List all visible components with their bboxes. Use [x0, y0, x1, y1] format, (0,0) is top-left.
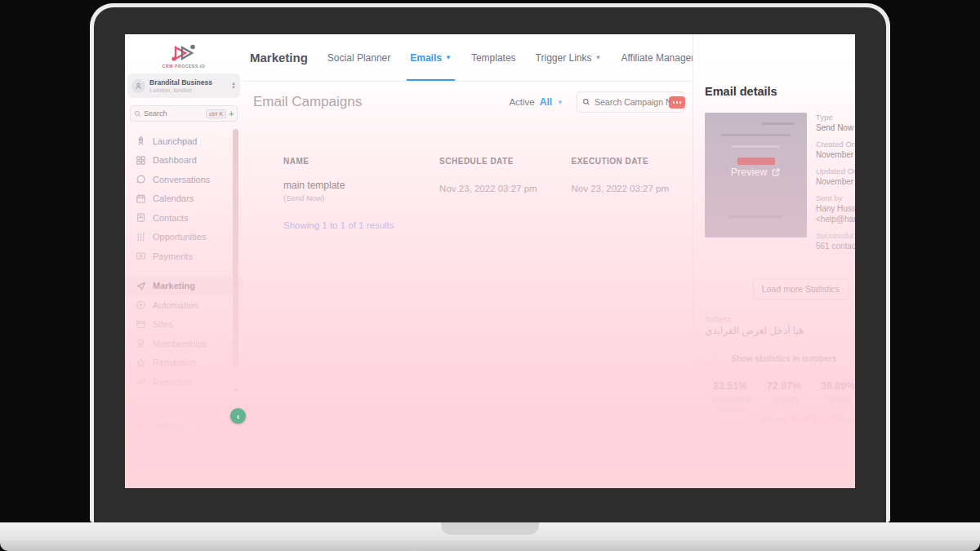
search-icon	[582, 98, 590, 106]
field-label: Sent by	[816, 193, 855, 202]
table-row[interactable]: main template (Send Now) Nov 23, 2022 03…	[283, 166, 693, 202]
field-value: Send Now	[816, 123, 855, 132]
sidebar-item-sites[interactable]: Sites	[125, 315, 243, 335]
sidebar-item-reporting[interactable]: Reporting	[125, 372, 243, 392]
payments-icon	[136, 251, 146, 261]
sidebar-item-settings[interactable]: Settings	[125, 415, 231, 435]
filter-label: Active	[509, 97, 534, 107]
external-link-icon	[771, 167, 781, 177]
sidebar-item-dashboard[interactable]: Dashboard	[125, 151, 243, 171]
section-heading: Marketing	[250, 51, 308, 64]
sidebar-item-label: Marketing	[153, 281, 195, 291]
tab-trigger-links[interactable]: Trigger Links▼	[536, 34, 602, 81]
email-details-panel: Email details Preview Type Send Now	[693, 34, 855, 488]
divider	[133, 271, 234, 272]
logo-text: CRM PROCESS.IO	[163, 64, 205, 69]
column-header-name[interactable]: NAME	[283, 157, 439, 166]
column-header-schedule-date[interactable]: SCHEDULE DATE	[439, 157, 571, 166]
paper-plane-icon	[136, 281, 146, 291]
sidebar-item-label: Contacts	[153, 213, 188, 223]
sidebar-item-label: Reputation	[153, 358, 196, 367]
sidebar-collapse-button[interactable]: ‹	[230, 408, 246, 424]
scrollbar-thumb[interactable]	[233, 129, 238, 367]
app-screen: CRM PROCESS.IO Brandital Business London…	[125, 34, 855, 488]
main-area: Marketing Social Planner Emails▼ Templat…	[243, 34, 693, 488]
stat-value: 33.51%	[706, 380, 754, 392]
subject-value: هيا أدخل لعرض الفرايدي	[705, 325, 804, 336]
sidebar-item-label: Settings	[153, 420, 185, 430]
stat-value: 39.89%	[814, 380, 855, 392]
person-icon	[134, 82, 143, 91]
award-icon	[136, 338, 146, 349]
funnel-icon	[136, 232, 146, 242]
tab-templates[interactable]: Templates	[471, 34, 516, 81]
load-more-statistics-button[interactable]: Load more Statistics	[753, 278, 849, 300]
status-filter[interactable]: Active All ▼	[509, 96, 564, 108]
top-navigation: Marketing Social Planner Emails▼ Templat…	[243, 34, 693, 82]
rocket-icon	[136, 136, 146, 146]
business-name: Brandital Business	[149, 78, 227, 87]
search-input[interactable]	[144, 109, 203, 118]
sidebar-nav: Launchpad Dashboard Conversations Calend…	[125, 131, 243, 392]
field-label: Updated On	[816, 167, 855, 176]
chevron-down-icon: ▼	[595, 54, 602, 61]
email-preview-thumbnail[interactable]: Preview	[705, 113, 807, 238]
sidebar-item-label: Launchpad	[153, 136, 197, 146]
gear-icon	[136, 420, 146, 430]
sidebar-scrollbar[interactable]: ▼	[231, 129, 241, 398]
campaign-search-input[interactable]	[595, 97, 679, 107]
star-icon	[136, 358, 146, 368]
field-value: 561 contacts	[816, 242, 855, 251]
divider	[133, 411, 223, 411]
preview-overlay[interactable]: Preview	[705, 167, 807, 178]
field-label: Created On	[816, 140, 855, 149]
chat-icon	[136, 174, 146, 184]
app-logo: CRM PROCESS.IO	[125, 34, 243, 72]
column-header-execution-date[interactable]: EXECUTION DATE	[571, 157, 693, 166]
subject-label: Subject	[705, 314, 731, 323]
page-title: Email Campaigns	[253, 94, 509, 110]
sidebar-item-label: Conversations	[153, 175, 210, 184]
campaign-type: (Send Now)	[283, 193, 439, 202]
sidebar-item-marketing[interactable]: Marketing	[125, 277, 243, 296]
filter-value[interactable]: All	[540, 96, 552, 108]
calendar-icon	[136, 193, 146, 204]
panel-footer: Internal Email ID: 637e1e	[693, 412, 855, 426]
campaign-name[interactable]: main template	[283, 180, 439, 191]
campaign-search[interactable]	[577, 91, 684, 113]
sidebar: CRM PROCESS.IO Brandital Business London…	[125, 34, 243, 488]
sidebar-item-conversations[interactable]: Conversations	[125, 170, 243, 189]
tab-social-planner[interactable]: Social Planner	[327, 34, 390, 81]
sidebar-item-opportunities[interactable]: Opportunities	[125, 228, 243, 247]
toggle-label: Show statistics in numbers	[731, 354, 836, 363]
statistics-toggle[interactable]	[702, 353, 724, 365]
trend-icon	[136, 376, 146, 387]
results-count-text: Showing 1 to 1 of 1 results	[283, 220, 693, 230]
sidebar-item-automation[interactable]: Automation	[125, 295, 243, 315]
page-background: CRM PROCESS.IO Brandital Business London…	[0, 0, 980, 551]
business-selector[interactable]: Brandital Business London, london ▲▼	[127, 73, 240, 98]
sidebar-search[interactable]: ctrl K +	[130, 105, 238, 122]
laptop-base-edge	[0, 540, 980, 551]
sidebar-item-launchpad[interactable]: Launchpad	[125, 131, 243, 151]
sidebar-item-reputation[interactable]: Reputation	[125, 353, 243, 373]
field-label: Successful:	[816, 231, 855, 240]
chevron-updown-icon[interactable]: ▲▼	[231, 82, 236, 90]
sidebar-item-label: Reporting	[153, 377, 192, 387]
play-circle-icon	[136, 300, 146, 310]
email-meta-fields: Type Send Now Created On November 23, Up…	[816, 113, 855, 251]
field-value: November 23,	[816, 150, 855, 159]
sidebar-item-label: Memberships	[153, 339, 207, 349]
sidebar-item-calendars[interactable]: Calendars	[125, 189, 243, 209]
scroll-down-icon[interactable]: ▼	[233, 387, 238, 393]
chevron-down-icon: ▼	[445, 54, 452, 61]
sidebar-item-contacts[interactable]: Contacts	[125, 208, 243, 228]
tab-emails[interactable]: Emails▼	[410, 34, 452, 81]
sidebar-item-label: Payments	[153, 251, 193, 261]
business-location: London, london	[149, 87, 227, 94]
logo-mark-icon	[167, 43, 200, 63]
panel-title: Email details	[705, 85, 777, 98]
sidebar-item-payments[interactable]: Payments	[125, 247, 243, 266]
sidebar-item-memberships[interactable]: Memberships	[125, 334, 243, 353]
sidebar-item-label: Automation	[153, 300, 198, 310]
